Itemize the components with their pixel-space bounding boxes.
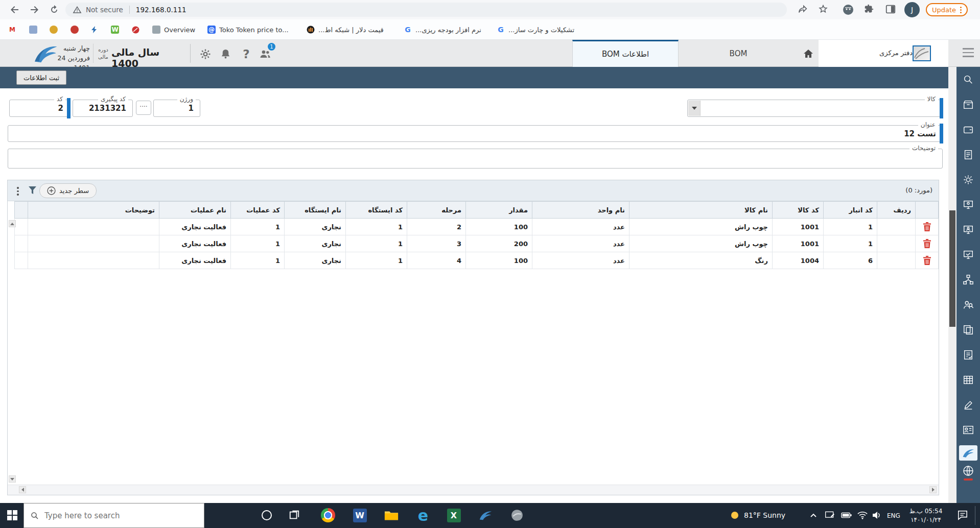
grid-scroll-down-button[interactable] [9,475,16,483]
search-icon[interactable] [956,67,980,92]
invoice-icon[interactable] [956,142,980,167]
settings-gear-icon[interactable] [199,48,212,60]
cell-tozihat[interactable] [28,219,159,235]
cell-tozihat[interactable] [28,252,159,269]
bookmark-star-icon[interactable] [818,4,830,16]
internet-explorer-icon[interactable]: e [415,507,431,523]
taskbar-search[interactable] [24,503,204,528]
show-desktop-divider[interactable] [975,506,975,525]
cell-tozihat[interactable] [28,235,159,252]
more-options-button[interactable]: .... [136,101,151,115]
battery-icon[interactable] [840,507,853,523]
cell-kod-istgah[interactable]: 1 [346,252,407,269]
bookmark-gmail[interactable]: M [8,25,16,35]
workstation-icon-1[interactable] [956,192,980,217]
bookmark-toko[interactable]: @ Toko Token price to... [207,25,289,35]
notifications-bell-icon[interactable] [220,48,232,60]
version-field[interactable]: ورژن 1 [153,100,200,117]
cell-marhale[interactable]: 3 [407,235,466,252]
cell-meghdar[interactable]: 100 [466,252,532,269]
col-header[interactable]: کد کالا [773,202,824,219]
weather-widget[interactable]: 81°F Sunny [730,510,785,520]
bookmark-chart[interactable]: G تشکیلات و چارت ساز... [497,25,574,35]
wallet-icon[interactable] [956,117,980,142]
bookmark-item[interactable] [50,25,58,35]
cell-kod-kala[interactable]: 1001 [773,219,824,235]
start-button[interactable] [4,507,20,523]
table-row[interactable]: 1 1001 چوب راش عدد 100 2 1 نجاری 1 فعالی… [15,219,939,235]
grid-menu-icon[interactable] [17,185,19,197]
cell-nam-vahed[interactable]: عدد [532,219,629,235]
col-header[interactable]: مقدار [466,202,532,219]
cell-nam-kala[interactable]: چوب راش [629,235,773,252]
hamburger-menu-icon[interactable] [963,48,974,57]
delete-row-button[interactable] [916,252,939,269]
bookmark-item[interactable] [29,25,37,35]
bookmark-overview[interactable]: Overview [152,25,195,35]
volume-icon[interactable] [871,507,883,523]
cell-kod-amaliat[interactable]: 1 [231,252,285,269]
chrome-taskbar-icon[interactable] [320,507,336,523]
cell-kod-amaliat[interactable]: 1 [231,235,285,252]
taskbar-clock[interactable]: 05:54 ب.ظ ۱۴۰۱/۰۱/۲۴ [905,507,946,524]
col-header[interactable]: کد ایستگاه [346,202,407,219]
cell-kod-kala[interactable]: 1004 [773,252,824,269]
back-icon[interactable] [8,4,20,16]
tab-bom[interactable]: BOM [679,40,798,67]
cell-kod-kala[interactable]: 1001 [773,235,824,252]
person-card-icon[interactable] [956,417,980,442]
table-row[interactable]: 1 1001 چوب راش عدد 200 3 1 نجاری 1 فعالی… [15,235,939,252]
browser-menu-icon[interactable] [960,6,962,14]
cell-kod-anbar[interactable]: 1 [824,219,877,235]
cell-nam-amaliat[interactable]: فعالیت نجاری [159,252,231,269]
share-icon[interactable] [797,4,809,16]
col-header[interactable]: نام کالا [629,202,773,219]
office-name-label[interactable]: دفتر مرکزی [879,49,913,57]
bookmark-dollar[interactable]: قیمت دلار | شبکه اط... [307,25,384,35]
cell-nam-kala[interactable]: چوب راش [629,219,773,235]
new-row-button[interactable]: سطر جدید [39,183,97,198]
bookmark-item[interactable] [90,25,99,35]
cell-marhale[interactable]: 2 [407,219,466,235]
language-indicator[interactable]: ENG [887,512,900,519]
page-scrollbar[interactable] [948,67,956,503]
grid-scroll-right-button[interactable] [929,486,937,493]
cell-nam-vahed[interactable]: عدد [532,252,629,269]
signature-pen-icon[interactable] [956,392,980,417]
cell-marhale[interactable]: 4 [407,252,466,269]
col-header[interactable]: نام واحد [532,202,629,219]
col-header[interactable]: مرحله [407,202,466,219]
bookmark-item[interactable] [131,25,139,35]
extension-face-icon[interactable] [842,4,854,16]
cell-nam-kala[interactable]: رنگ [629,252,773,269]
col-header[interactable]: نام عملیات [159,202,231,219]
inventory-box-icon[interactable] [956,92,980,117]
filter-icon[interactable] [28,186,37,195]
cell-nam-istgah[interactable]: نجاری [285,235,346,252]
cell-kod-anbar[interactable]: 1 [824,235,877,252]
col-header[interactable]: نام ایستگاه [285,202,346,219]
code-field[interactable]: کد 2 [9,100,70,117]
cell-nam-istgah[interactable]: نجاری [285,219,346,235]
table-grid-icon[interactable] [956,367,980,392]
cell-kod-amaliat[interactable]: 1 [231,219,285,235]
grid-horizontal-scrollbar[interactable] [8,485,939,495]
forward-icon[interactable] [29,4,41,16]
bookmark-item[interactable] [71,25,79,35]
scrollbar-thumb[interactable] [949,210,955,327]
globe-icon[interactable] [956,465,980,481]
save-button[interactable]: ثبت اطلاعات [16,70,66,85]
cell-radif[interactable] [877,252,916,269]
cell-nam-amaliat[interactable]: فعالیت نجاری [159,219,231,235]
app-icon-gray[interactable] [509,507,525,523]
cortana-icon[interactable] [259,507,275,523]
fiscal-year-label[interactable]: سال مالی 1400 [111,46,178,69]
home-icon[interactable] [802,47,814,60]
cell-meghdar[interactable]: 100 [466,219,532,235]
word-icon[interactable]: W [352,507,368,523]
wifi-icon[interactable] [856,507,869,523]
tab-bom-info[interactable]: اطلاعات BOM [572,40,679,67]
col-header[interactable]: توضیحات [28,202,159,219]
action-center-icon[interactable] [954,507,971,523]
reports-icon[interactable] [956,317,980,342]
